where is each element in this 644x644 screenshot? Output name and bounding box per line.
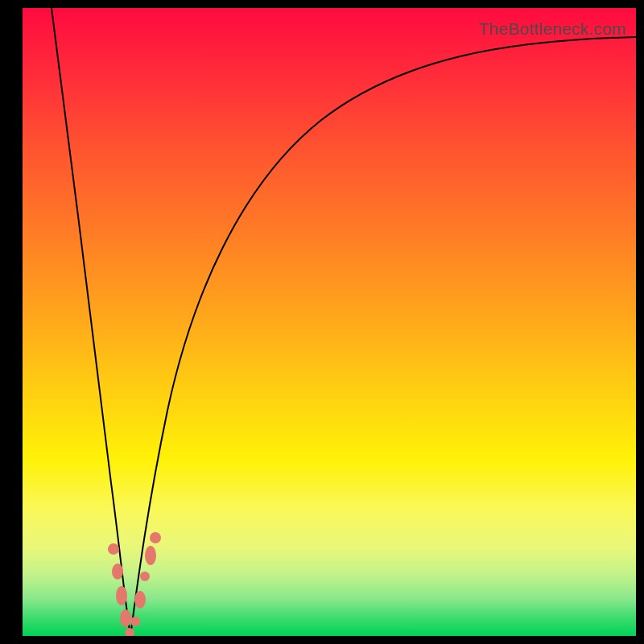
- marker-dot: [140, 572, 150, 581]
- marker-dot: [150, 532, 161, 543]
- marker-dot: [108, 543, 119, 555]
- marker-group: [108, 532, 161, 636]
- marker-dot: [116, 586, 127, 605]
- marker-dot: [134, 591, 146, 609]
- chart-frame: TheBottleneck.com: [0, 0, 644, 644]
- plot-area: TheBottleneck.com: [23, 8, 636, 636]
- marker-dot: [130, 617, 140, 626]
- marker-dot: [145, 546, 156, 565]
- curve-right-branch: [130, 37, 636, 636]
- marker-dot: [120, 609, 131, 627]
- marker-dot: [125, 628, 134, 636]
- bottleneck-curve: [23, 8, 636, 636]
- marker-dot: [112, 564, 123, 580]
- curve-left-branch: [52, 8, 130, 636]
